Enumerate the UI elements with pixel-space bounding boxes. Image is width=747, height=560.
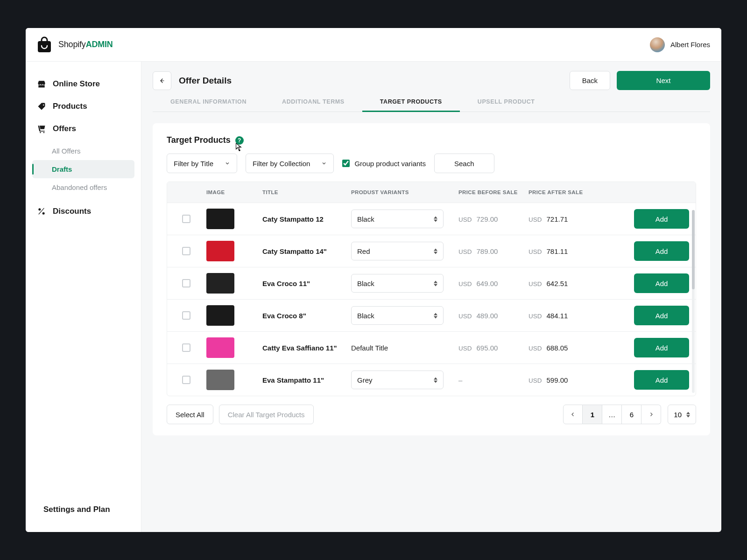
page-next[interactable] [641, 405, 661, 424]
variant-select[interactable]: Red [351, 242, 444, 260]
pagination: 1 … 6 [563, 405, 661, 424]
filter-by-title[interactable]: Filter by Title [167, 154, 237, 173]
section-title: Target Products [167, 135, 231, 145]
search-button[interactable]: Seach [434, 154, 494, 173]
sidebar-item-label: Products [53, 102, 87, 111]
chevron-left-icon [570, 412, 576, 417]
col-title: TITLE [259, 189, 347, 195]
add-button[interactable]: Add [634, 338, 689, 357]
subnav-drafts[interactable]: Drafts [32, 160, 134, 178]
variant-select[interactable]: Grey [351, 371, 444, 389]
sidebar-item-label: Discounts [53, 207, 91, 216]
add-button[interactable]: Add [634, 273, 689, 293]
logo-icon [37, 36, 52, 53]
table-row: Caty Stampatto 14" Red USD789.00 USD781.… [167, 235, 696, 267]
product-title: Caty Stampatto 12 [259, 215, 347, 223]
price-before: USD729.00 [455, 215, 525, 223]
subnav-abandoned[interactable]: Abandoned offers [26, 178, 141, 196]
tab-general-information[interactable]: GENERAL INFORMATION [153, 92, 264, 112]
col-variants: PRODUST VARIANTS [347, 189, 455, 195]
help-icon[interactable]: ? [235, 136, 244, 145]
tab-target-products[interactable]: TARGET PRODUCTS [362, 92, 460, 112]
price-before: USD789.00 [455, 247, 525, 255]
row-checkbox[interactable] [182, 343, 190, 352]
page-1[interactable]: 1 [583, 405, 602, 424]
price-after: USD599.00 [525, 376, 595, 384]
group-variants-checkbox[interactable] [342, 160, 350, 167]
row-checkbox[interactable] [182, 215, 190, 223]
price-before: – [455, 376, 525, 384]
back-icon-button[interactable] [153, 71, 171, 90]
add-button[interactable]: Add [634, 306, 689, 325]
per-page-select[interactable]: 10 [668, 405, 696, 424]
product-title: Eva Croco 8" [259, 312, 347, 320]
variant-select[interactable]: Black [351, 306, 444, 325]
add-button[interactable]: Add [634, 209, 689, 229]
add-button[interactable]: Add [634, 241, 689, 261]
sidebar-settings[interactable]: Settings and Plan [26, 498, 141, 521]
tab-upsell-product[interactable]: UPSELL PRODUCT [460, 92, 553, 112]
sidebar-item-discounts[interactable]: Discounts [26, 200, 141, 223]
row-checkbox[interactable] [182, 247, 190, 255]
product-thumb [206, 305, 234, 326]
page-6[interactable]: 6 [622, 405, 641, 424]
group-variants-toggle[interactable]: Group product variants [342, 160, 426, 168]
col-before: PRICE BEFORE SALE [455, 189, 525, 195]
tab-additional-terms[interactable]: ADDITIOANL TERMS [264, 92, 362, 112]
sidebar-item-online-store[interactable]: Online Store [26, 73, 141, 95]
col-after: PRICE AFTER SALE [525, 189, 595, 195]
row-checkbox[interactable] [182, 311, 190, 320]
price-before: USD649.00 [455, 280, 525, 287]
sidebar-item-products[interactable]: Products [26, 95, 141, 118]
back-button[interactable]: Back [570, 71, 610, 90]
product-thumb [206, 370, 234, 390]
chevron-right-icon [648, 412, 654, 417]
product-title: Caty Stampatto 14" [259, 247, 347, 255]
user-name: Albert Flores [670, 41, 710, 49]
col-image: IMAGE [203, 189, 259, 195]
product-title: Catty Eva Saffiano 11" [259, 344, 347, 352]
tabs: GENERAL INFORMATION ADDITIOANL TERMS TAR… [153, 92, 710, 112]
table-row: Eva Croco 11" Black USD649.00 USD642.51 … [167, 267, 696, 299]
variant-select[interactable]: Black [351, 274, 444, 293]
brand-name: ShopifyADMIN [58, 40, 113, 49]
variant-text: Default Title [347, 344, 455, 352]
product-thumb [206, 273, 234, 294]
table-row: Caty Stampatto 12 Black USD729.00 USD721… [167, 203, 696, 235]
row-checkbox[interactable] [182, 279, 190, 287]
price-after: USD642.51 [525, 280, 595, 287]
product-title: Eva Stampatto 11" [259, 376, 347, 384]
next-button[interactable]: Next [617, 71, 710, 90]
row-checkbox[interactable] [182, 376, 190, 384]
page-prev[interactable] [563, 405, 583, 424]
filter-by-collection[interactable]: Filter by Collection [246, 154, 334, 173]
page-ellipsis: … [602, 405, 622, 424]
store-icon [37, 79, 46, 89]
arrow-left-icon [159, 78, 165, 84]
price-after: USD721.71 [525, 215, 595, 223]
clear-all-button[interactable]: Clear All Target Products [219, 405, 314, 424]
sort-icon [434, 248, 437, 254]
add-button[interactable]: Add [634, 370, 689, 390]
price-after: USD484.11 [525, 312, 595, 320]
scrollbar-thumb[interactable] [692, 210, 695, 289]
avatar [650, 37, 665, 52]
sidebar-item-offers[interactable]: Offers [26, 118, 141, 140]
chevron-down-icon [321, 161, 327, 166]
product-thumb [206, 209, 234, 229]
user-menu[interactable]: Albert Flores [650, 37, 710, 52]
percent-icon [37, 207, 46, 216]
sidebar-footer-label: Settings and Plan [43, 505, 110, 514]
sort-icon [434, 216, 437, 222]
select-all-button[interactable]: Select All [167, 405, 213, 424]
product-title: Eva Croco 11" [259, 280, 347, 287]
price-after: USD688.05 [525, 344, 595, 352]
price-after: USD781.11 [525, 247, 595, 255]
subnav-all-offers[interactable]: All Offers [26, 142, 141, 160]
table-row: Eva Stampatto 11" Grey – USD599.00 Add [167, 364, 696, 396]
variant-select[interactable]: Black [351, 210, 444, 228]
sort-icon [434, 280, 437, 287]
page-title: Offer Details [179, 76, 232, 86]
sort-icon [434, 313, 437, 319]
target-products-panel: Target Products ? Filter by Title Filter… [153, 123, 710, 435]
